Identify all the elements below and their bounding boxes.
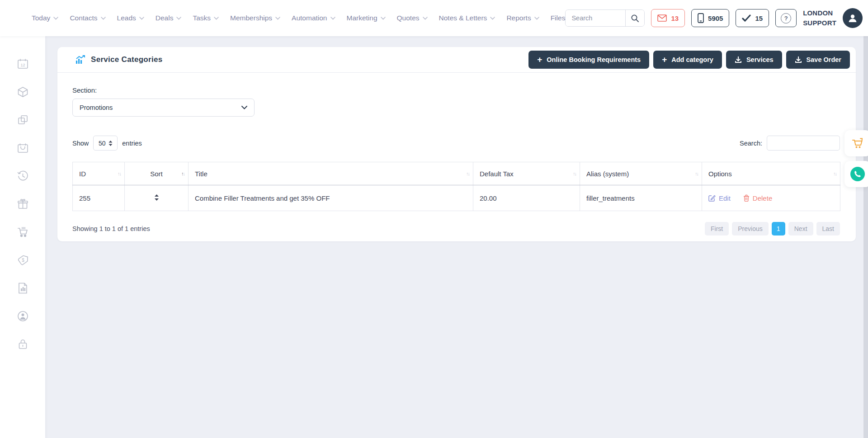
chevron-down-icon (423, 17, 428, 20)
section-select[interactable]: Promotions (72, 99, 255, 117)
calendar-icon[interactable]: 12 (17, 58, 29, 70)
nav-item-notes-letters[interactable]: Notes & Letters (439, 14, 495, 22)
pagination-last[interactable]: Last (816, 222, 840, 235)
avatar[interactable] (843, 8, 863, 28)
cart-icon (851, 137, 864, 149)
messages-badge[interactable]: 13 (651, 9, 685, 27)
nav-label: Contacts (70, 14, 97, 22)
add-category-button[interactable]: + Add category (653, 51, 722, 69)
section-selected-value: Promotions (80, 104, 113, 111)
edit-label: Edit (719, 194, 731, 202)
nav-item-marketing[interactable]: Marketing (347, 14, 386, 22)
nav-item-leads[interactable]: Leads (117, 14, 144, 22)
account-icon[interactable] (17, 310, 29, 322)
phone-icon (854, 170, 861, 178)
column-label: Default Tax (480, 170, 514, 178)
phone-circle (850, 167, 865, 181)
phone-badge[interactable]: 5905 (691, 9, 729, 27)
button-label: Services (746, 56, 774, 63)
services-button[interactable]: Services (726, 51, 782, 69)
topbar: Today Contacts Leads Deals Tasks Members… (0, 0, 868, 36)
messages-count: 13 (671, 14, 679, 22)
history-icon[interactable] (17, 170, 29, 182)
table-search: Search: (740, 136, 840, 151)
gift-icon[interactable] (17, 198, 29, 210)
table-header-row: ID ↑↓ Sort ↑↓ Title ↑↓ Default Tax (73, 162, 840, 185)
nav-label: Today (32, 14, 50, 22)
calendar-day-label: 12 (20, 63, 25, 67)
chevron-down-icon (330, 17, 335, 20)
sort-arrows-icon: ↑↓ (833, 171, 836, 176)
entries-summary: Showing 1 to 1 of 1 entries (72, 225, 150, 232)
pagination: First Previous 1 Next Last (705, 222, 840, 235)
edit-button[interactable]: Edit (708, 194, 731, 202)
search-input[interactable] (566, 10, 625, 26)
nav-item-files[interactable]: Files (551, 14, 566, 22)
chevron-down-icon (53, 17, 58, 20)
delete-button[interactable]: Delete (743, 194, 772, 202)
chevron-down-icon (101, 17, 106, 20)
online-booking-requirements-button[interactable]: + Online Booking Requirements (528, 51, 649, 69)
entries-label: entries (122, 140, 142, 147)
report-icon[interactable] (17, 282, 29, 294)
header-actions: + Online Booking Requirements + Add cate… (528, 51, 850, 69)
column-label: Sort (150, 170, 163, 178)
booking-icon[interactable] (17, 142, 29, 154)
nav-item-automation[interactable]: Automation (292, 14, 335, 22)
service-categories-table: ID ↑↓ Sort ↑↓ Title ↑↓ Default Tax (72, 162, 840, 211)
table-controls: Show 50 entries Search: (72, 136, 840, 151)
checkmark-icon (742, 14, 751, 22)
nav-item-memberships[interactable]: Memberships (230, 14, 280, 22)
button-label: Online Booking Requirements (547, 56, 641, 63)
page-length-select[interactable]: 50 (93, 136, 118, 151)
show-label: Show (72, 140, 89, 147)
save-order-button[interactable]: Save Order (786, 51, 850, 69)
nav-label: Memberships (230, 14, 272, 22)
floating-cart-button[interactable] (844, 130, 868, 156)
cart-icon[interactable] (17, 226, 29, 238)
pagination-previous[interactable]: Previous (732, 222, 768, 235)
download-icon (795, 56, 802, 63)
person-icon (847, 13, 858, 24)
lock-icon[interactable] (17, 338, 29, 350)
nav-item-quotes[interactable]: Quotes (397, 14, 428, 22)
download-icon (735, 56, 742, 63)
question-icon: ? (781, 13, 791, 24)
svg-text:$: $ (22, 258, 24, 263)
tasks-badge[interactable]: 15 (736, 9, 769, 27)
drag-handle-icon[interactable] (154, 194, 159, 201)
nav-item-today[interactable]: Today (32, 14, 58, 22)
table-search-input[interactable] (767, 136, 840, 151)
package-icon[interactable] (17, 86, 29, 98)
cell-default-tax: 20.00 (473, 185, 580, 211)
column-header-default-tax[interactable]: Default Tax ↑↓ (473, 162, 580, 185)
copy-icon[interactable] (17, 114, 29, 126)
pagination-first[interactable]: First (705, 222, 729, 235)
nav-item-tasks[interactable]: Tasks (193, 14, 219, 22)
nav-item-contacts[interactable]: Contacts (70, 14, 105, 22)
chevron-down-icon (176, 17, 181, 20)
column-header-title[interactable]: Title ↑↓ (189, 162, 473, 185)
column-header-id[interactable]: ID ↑↓ (73, 162, 125, 185)
nav-label: Tasks (193, 14, 211, 22)
search-button[interactable] (625, 10, 644, 26)
column-header-alias[interactable]: Alias (system) ↑↓ (580, 162, 702, 185)
sidebar: 12 (0, 36, 45, 438)
help-badge[interactable]: ? (775, 9, 797, 27)
scrollbar[interactable] (863, 36, 868, 438)
pagination-page-1[interactable]: 1 (772, 222, 785, 235)
floating-call-button[interactable] (844, 161, 868, 187)
sort-arrows-icon: ↑↓ (695, 171, 698, 176)
table-footer: Showing 1 to 1 of 1 entries First Previo… (72, 222, 840, 235)
page-length-value: 50 (99, 140, 106, 147)
nav-item-reports[interactable]: Reports (506, 14, 539, 22)
column-header-options[interactable]: Options ↑↓ (702, 162, 840, 185)
delete-label: Delete (753, 194, 772, 202)
pagination-next[interactable]: Next (788, 222, 813, 235)
cell-options: Edit (702, 185, 840, 211)
price-tag-icon[interactable]: $ (17, 254, 29, 266)
nav-item-deals[interactable]: Deals (156, 14, 182, 22)
column-header-sort[interactable]: Sort ↑↓ (125, 162, 189, 185)
topbar-right: 13 5905 15 ? LONDON SUPPORT (565, 8, 868, 28)
column-label: Options (708, 170, 732, 178)
